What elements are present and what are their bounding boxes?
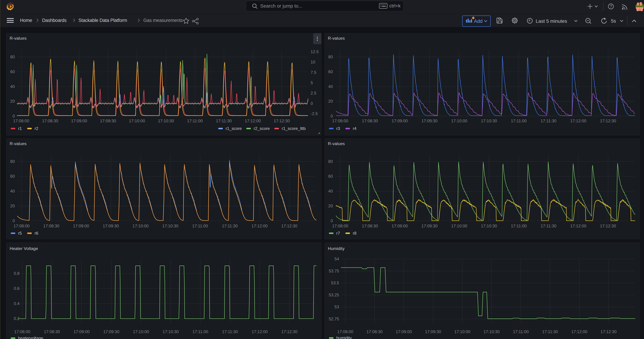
svg-text:0.4: 0.4 xyxy=(14,301,20,306)
svg-text:17:11:30: 17:11:30 xyxy=(542,329,558,334)
svg-text:17:10:30: 17:10:30 xyxy=(484,329,500,334)
svg-text:17:09:00: 17:09:00 xyxy=(74,329,90,334)
svg-text:17:12:00: 17:12:00 xyxy=(252,329,268,334)
svg-text:17:08:00: 17:08:00 xyxy=(14,224,30,228)
svg-text:humidity: humidity xyxy=(336,336,352,339)
svg-text:Home: Home xyxy=(20,18,32,23)
svg-text:17:10:00: 17:10:00 xyxy=(129,118,145,123)
svg-text:Add: Add xyxy=(474,18,482,24)
svg-text:60: 60 xyxy=(328,69,333,74)
svg-text:17:08:30: 17:08:30 xyxy=(362,224,378,228)
svg-text:5: 5 xyxy=(310,80,313,85)
svg-text:54: 54 xyxy=(334,256,339,261)
svg-text:17:10:00: 17:10:00 xyxy=(451,118,467,123)
svg-text:17:09:30: 17:09:30 xyxy=(100,118,116,123)
svg-text:2.5: 2.5 xyxy=(310,91,316,96)
svg-text:5s: 5s xyxy=(611,18,616,24)
svg-text:53.75: 53.75 xyxy=(329,268,339,273)
svg-text:60: 60 xyxy=(10,69,15,74)
svg-text:17:12:30: 17:12:30 xyxy=(281,224,297,228)
svg-text:53.5: 53.5 xyxy=(331,280,339,285)
svg-text:17:08:30: 17:08:30 xyxy=(44,329,60,334)
svg-text:17:08:30: 17:08:30 xyxy=(362,118,378,123)
svg-text:r4: r4 xyxy=(353,126,356,131)
svg-text:heatervoltage: heatervoltage xyxy=(18,336,43,339)
svg-text:17:10:00: 17:10:00 xyxy=(132,224,148,228)
svg-text:Last 5 minutes: Last 5 minutes xyxy=(536,18,567,24)
svg-text:17:10:00: 17:10:00 xyxy=(133,329,149,334)
svg-text:40: 40 xyxy=(10,84,15,89)
svg-text:r2_score: r2_score xyxy=(254,126,270,131)
svg-text:17:09:00: 17:09:00 xyxy=(73,224,89,228)
svg-text:17:11:30: 17:11:30 xyxy=(216,118,232,123)
svg-text:0: 0 xyxy=(330,218,333,223)
svg-text:17:10:30: 17:10:30 xyxy=(163,329,179,334)
svg-text:-2.5: -2.5 xyxy=(310,111,318,116)
svg-text:80: 80 xyxy=(328,159,333,164)
svg-text:Gas measurements: Gas measurements xyxy=(143,18,183,23)
svg-text:17:09:30: 17:09:30 xyxy=(103,224,119,228)
svg-text:17:08:00: 17:08:00 xyxy=(337,329,353,334)
svg-text:0: 0 xyxy=(310,101,313,106)
svg-text:40: 40 xyxy=(328,189,333,194)
svg-text:r8: r8 xyxy=(353,231,356,236)
svg-text:?: ? xyxy=(610,4,612,9)
svg-text:17:09:30: 17:09:30 xyxy=(425,329,441,334)
svg-text:r3: r3 xyxy=(336,126,340,131)
svg-text:Stackable Data Platform: Stackable Data Platform xyxy=(78,18,127,23)
svg-text:R-values: R-values xyxy=(328,36,345,40)
svg-text:17:12:30: 17:12:30 xyxy=(600,224,616,228)
svg-text:17:12:30: 17:12:30 xyxy=(600,329,616,334)
svg-text:17:08:30: 17:08:30 xyxy=(43,224,59,228)
svg-text:r1_score: r1_score xyxy=(226,126,242,131)
svg-text:40: 40 xyxy=(10,189,15,194)
svg-text:17:09:30: 17:09:30 xyxy=(103,329,119,334)
svg-text:17:09:30: 17:09:30 xyxy=(421,224,438,228)
svg-text:17:12:00: 17:12:00 xyxy=(570,224,586,228)
svg-text:17:11:30: 17:11:30 xyxy=(540,118,556,123)
svg-text:17:08:00: 17:08:00 xyxy=(13,118,29,123)
svg-text:60: 60 xyxy=(328,174,333,178)
svg-text:52.75: 52.75 xyxy=(329,316,339,321)
svg-text:80: 80 xyxy=(10,159,15,164)
svg-text:17:10:00: 17:10:00 xyxy=(451,224,467,228)
svg-text:12.5: 12.5 xyxy=(310,49,319,54)
svg-text:0: 0 xyxy=(12,114,15,118)
svg-text:ctrl+k: ctrl+k xyxy=(389,3,401,8)
svg-text:53: 53 xyxy=(334,304,339,309)
svg-text:17:11:00: 17:11:00 xyxy=(511,224,527,228)
svg-text:7.5: 7.5 xyxy=(310,70,316,75)
svg-text:17:10:30: 17:10:30 xyxy=(481,224,497,228)
svg-text:Dashboards: Dashboards xyxy=(42,18,66,23)
svg-text:17:12:30: 17:12:30 xyxy=(600,118,616,123)
svg-text:60: 60 xyxy=(10,174,15,178)
svg-text:17:10:30: 17:10:30 xyxy=(158,118,174,123)
svg-text:Search or jump to...: Search or jump to... xyxy=(260,3,302,9)
svg-text:R-values: R-values xyxy=(328,141,345,146)
svg-text:r5: r5 xyxy=(18,231,22,236)
svg-text:17:08:30: 17:08:30 xyxy=(42,118,58,123)
svg-text:17:11:30: 17:11:30 xyxy=(222,329,238,334)
svg-text:r2: r2 xyxy=(34,126,38,131)
svg-text:Humidity: Humidity xyxy=(328,246,344,251)
svg-text:17:11:00: 17:11:00 xyxy=(513,329,529,334)
svg-text:17:11:00: 17:11:00 xyxy=(192,224,208,228)
svg-text:53.25: 53.25 xyxy=(329,292,339,297)
svg-text:17:08:00: 17:08:00 xyxy=(332,118,348,123)
svg-text:17:11:00: 17:11:00 xyxy=(511,118,527,123)
svg-text:17:11:00: 17:11:00 xyxy=(192,329,208,334)
svg-text:10: 10 xyxy=(310,60,315,64)
svg-text:80: 80 xyxy=(10,54,15,59)
svg-text:17:12:00: 17:12:00 xyxy=(245,118,261,123)
svg-text:20: 20 xyxy=(328,99,333,104)
svg-text:17:10:30: 17:10:30 xyxy=(162,224,178,228)
svg-text:0: 0 xyxy=(330,114,333,118)
svg-text:17:08:30: 17:08:30 xyxy=(366,329,382,334)
svg-text:17:10:30: 17:10:30 xyxy=(481,118,497,123)
svg-text:0.8: 0.8 xyxy=(14,271,20,276)
svg-text:r7: r7 xyxy=(336,231,340,236)
svg-text:17:11:00: 17:11:00 xyxy=(187,118,203,123)
svg-text:17:09:00: 17:09:00 xyxy=(71,118,87,123)
svg-text:17:12:30: 17:12:30 xyxy=(281,329,297,334)
svg-text:80: 80 xyxy=(328,54,333,59)
